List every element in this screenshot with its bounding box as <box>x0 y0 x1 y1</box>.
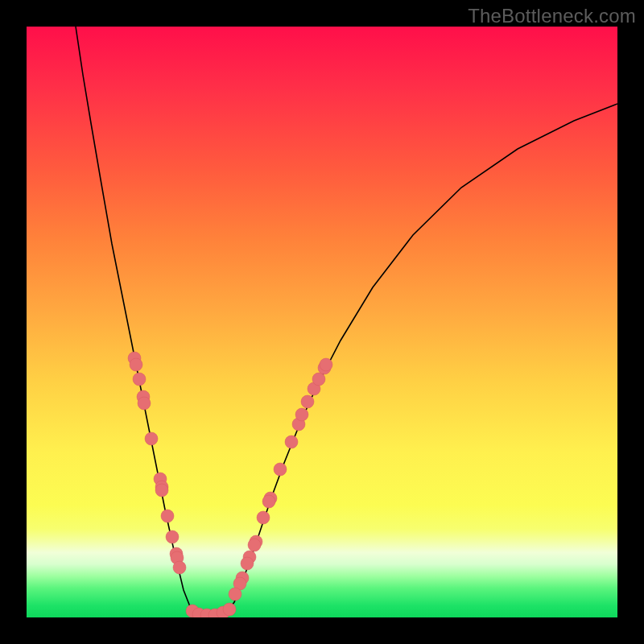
data-dot <box>274 463 287 476</box>
data-dot <box>166 530 179 543</box>
data-dot <box>285 436 298 448</box>
right-curve <box>223 104 617 617</box>
scatter-dots <box>128 352 332 617</box>
data-dot <box>138 397 151 410</box>
data-dot <box>155 484 168 497</box>
chart-frame: TheBottleneck.com <box>0 0 644 644</box>
data-dot <box>320 358 332 371</box>
data-dot <box>262 495 275 508</box>
data-dot <box>241 557 254 570</box>
data-dot <box>257 511 270 524</box>
data-dot <box>312 373 325 386</box>
data-dot <box>223 603 236 616</box>
data-dot <box>173 561 186 574</box>
watermark-text: TheBottleneck.com <box>468 5 636 27</box>
data-dot <box>130 358 142 371</box>
data-dot <box>133 373 146 386</box>
data-dot <box>301 395 314 408</box>
plot-area <box>27 27 617 617</box>
left-curve <box>76 27 204 617</box>
data-dot <box>161 510 174 522</box>
curve-svg <box>27 27 617 617</box>
data-dot <box>229 588 242 601</box>
data-dot <box>295 408 308 421</box>
data-dot <box>248 539 261 551</box>
data-dot <box>145 432 158 445</box>
